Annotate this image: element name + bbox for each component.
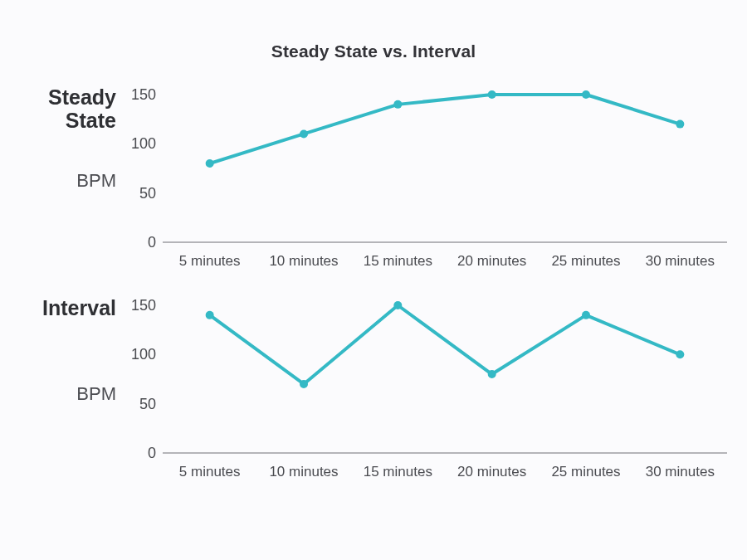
x-tick-label: 15 minutes bbox=[364, 464, 432, 480]
series-line bbox=[210, 95, 681, 163]
x-tick-label: 25 minutes bbox=[551, 253, 620, 269]
series-point bbox=[676, 350, 684, 358]
x-tick-label: 20 minutes bbox=[457, 253, 526, 269]
side-column-steady: Steady State BPM bbox=[17, 86, 124, 192]
y-axis-label-interval: BPM bbox=[76, 383, 116, 405]
plot-steady: 0501001505 minutes10 minutes15 minutes20… bbox=[124, 86, 739, 277]
panel-interval: Interval BPM 0501001505 minutes10 minute… bbox=[17, 297, 730, 488]
series-point bbox=[582, 90, 590, 99]
plot-interval: 0501001505 minutes10 minutes15 minutes20… bbox=[124, 297, 739, 488]
x-tick-label: 20 minutes bbox=[457, 464, 526, 480]
series-point bbox=[488, 370, 496, 378]
y-tick-label: 100 bbox=[131, 135, 156, 152]
x-tick-label: 5 minutes bbox=[179, 253, 241, 269]
series-line bbox=[210, 305, 681, 384]
plot-svg-steady: 0501001505 minutes10 minutes15 minutes20… bbox=[124, 86, 739, 277]
series-point bbox=[393, 301, 402, 309]
chart-title: Steady State vs. Interval bbox=[17, 41, 730, 61]
plot-svg-interval: 0501001505 minutes10 minutes15 minutes20… bbox=[124, 297, 739, 488]
panel-title-interval: Interval bbox=[42, 297, 116, 320]
series-point bbox=[393, 100, 402, 109]
series-point bbox=[206, 311, 214, 319]
x-tick-label: 30 minutes bbox=[646, 253, 715, 269]
y-tick-label: 0 bbox=[148, 445, 156, 461]
y-axis-label-steady: BPM bbox=[76, 170, 116, 192]
panel-steady-state: Steady State BPM 0501001505 minutes10 mi… bbox=[17, 86, 730, 277]
x-tick-label: 10 minutes bbox=[269, 253, 338, 269]
y-tick-label: 0 bbox=[148, 234, 156, 251]
series-point bbox=[300, 129, 308, 138]
panel-title-steady-line1: Steady bbox=[48, 86, 116, 110]
y-tick-label: 150 bbox=[131, 297, 156, 314]
page: Steady State vs. Interval Steady State B… bbox=[0, 0, 747, 560]
series-point bbox=[582, 311, 590, 319]
x-tick-label: 25 minutes bbox=[551, 464, 620, 480]
series-point bbox=[488, 90, 496, 99]
series-point bbox=[676, 120, 684, 129]
y-tick-label: 50 bbox=[139, 396, 156, 412]
x-tick-label: 10 minutes bbox=[269, 464, 338, 480]
series-point bbox=[300, 380, 308, 388]
y-tick-label: 150 bbox=[131, 86, 156, 103]
x-tick-label: 30 minutes bbox=[646, 464, 715, 480]
side-column-interval: Interval BPM bbox=[17, 297, 124, 405]
y-tick-label: 100 bbox=[131, 346, 156, 363]
series-point bbox=[206, 159, 214, 168]
panel-title-steady: Steady State bbox=[48, 86, 116, 132]
panel-title-steady-line2: State bbox=[48, 110, 116, 133]
x-tick-label: 15 minutes bbox=[364, 253, 432, 269]
panel-title-interval-line1: Interval bbox=[42, 297, 116, 320]
x-tick-label: 5 minutes bbox=[179, 464, 241, 480]
y-tick-label: 50 bbox=[139, 185, 156, 202]
